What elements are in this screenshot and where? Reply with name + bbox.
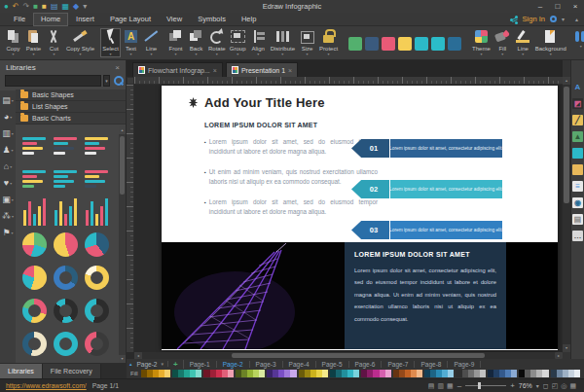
document-tool-icon[interactable]: ≡	[572, 181, 583, 192]
page-tab[interactable]: Page-4	[283, 361, 316, 368]
current-page-label[interactable]: Page-2	[135, 361, 160, 368]
protect-button[interactable]: Protect ▾	[317, 28, 340, 57]
close-button[interactable]: ×	[566, 0, 584, 13]
add-page-button[interactable]: +	[168, 360, 184, 369]
fill-button[interactable]: Fill ▾	[493, 28, 513, 57]
badge-icon[interactable]: ♥▾	[4, 177, 12, 189]
library-shape-pie[interactable]	[20, 262, 49, 294]
page-view-icon[interactable]: ▥	[437, 380, 444, 392]
zoom-in-button[interactable]: +	[510, 381, 515, 390]
hyperlink-tool-icon[interactable]: ◉	[572, 197, 583, 208]
theme-color-swatch[interactable]	[382, 37, 395, 51]
background-button[interactable]: Background ▾	[533, 28, 568, 57]
open-folder-icon[interactable]: ■	[42, 1, 47, 13]
zoom-dropdown-icon[interactable]: ▾	[536, 382, 539, 389]
library-shape-donut[interactable]	[83, 295, 111, 327]
align-button[interactable]: Align ▾	[248, 28, 269, 57]
palette-color[interactable]	[228, 370, 234, 377]
copy-button[interactable]: Copy ▾	[3, 28, 23, 57]
scroll-right-icon[interactable]: ▸	[555, 352, 563, 359]
scrollbar-thumb[interactable]	[564, 87, 569, 203]
page-tab[interactable]: Page-1	[184, 361, 217, 368]
rotate-button[interactable]: Rotate ▾	[206, 28, 228, 57]
library-shape-pie[interactable]	[83, 229, 111, 261]
maximize-button[interactable]: □	[549, 0, 566, 13]
hand-icon[interactable]: ⚑▾	[2, 227, 13, 238]
library-shape-pie[interactable]	[20, 229, 49, 261]
note-tool-icon[interactable]	[572, 164, 583, 175]
magnifier-icon[interactable]: ◎	[561, 380, 566, 392]
scroll-up-icon[interactable]: ▴	[563, 77, 570, 85]
attachment-tool-icon[interactable]: ▤	[572, 214, 583, 225]
page-tab[interactable]: Page-5	[316, 361, 349, 368]
scroll-down-icon[interactable]: ▾	[119, 355, 126, 363]
numbered-banner[interactable]: 02 Lorem ipsum dolor sit amet, consectet…	[351, 180, 502, 198]
fullscreen-icon[interactable]: ◰	[552, 380, 559, 392]
search-dropdown-icon[interactable]: ▾	[103, 75, 110, 87]
theme-button[interactable]: Theme ▾	[470, 28, 493, 57]
menu-item[interactable]: Page Layout	[102, 13, 159, 26]
collapse-pagebar-icon[interactable]: ▴	[127, 361, 135, 367]
fit-page-icon[interactable]: ◻	[543, 380, 549, 392]
scroll-left-icon[interactable]: ◂	[134, 352, 142, 359]
library-shape-vbar[interactable]	[20, 196, 49, 228]
library-shape-hbar[interactable]	[20, 129, 49, 161]
library-group[interactable]: Basic Shapes	[16, 89, 126, 101]
print-icon[interactable]: ▦	[62, 1, 70, 13]
menu-item[interactable]: Help	[234, 13, 264, 26]
palette-color[interactable]	[417, 370, 422, 377]
building-icon[interactable]: ⌂▾	[4, 160, 12, 172]
line-style-button[interactable]: Line ▾	[513, 28, 533, 57]
sign-in-link[interactable]: Sign In	[523, 15, 545, 23]
zoom-slider[interactable]	[465, 385, 506, 386]
undo-icon[interactable]: ↶	[13, 1, 19, 13]
library-shape-donut[interactable]	[83, 262, 111, 294]
page-tab[interactable]: Page-7	[382, 361, 415, 368]
people-icon[interactable]: ♟▾	[2, 144, 13, 156]
scroll-up-icon[interactable]: ▴	[119, 126, 126, 134]
search-icon[interactable]	[112, 75, 121, 87]
close-tab-icon[interactable]: ×	[213, 67, 217, 74]
share-icon[interactable]	[510, 16, 518, 23]
size-button[interactable]: Size ▾	[297, 28, 317, 57]
save-icon[interactable]: ■	[33, 1, 38, 13]
find-button[interactable]: ▾	[572, 28, 584, 58]
photo-block[interactable]: LOREM IPSUM DOLOR SIT AMET Lorem ipsum d…	[162, 242, 558, 349]
panel-scrollbar[interactable]: ▴ ▾	[119, 126, 126, 363]
library-shape-donut[interactable]	[52, 328, 80, 360]
library-shape-hbar[interactable]	[52, 162, 80, 195]
scroll-down-icon[interactable]: ▾	[563, 344, 570, 352]
zoom-slider-knob[interactable]	[478, 382, 481, 389]
redo-icon[interactable]: ↷	[23, 1, 30, 13]
zoom-out-button[interactable]: –	[457, 381, 461, 390]
library-shape-vbar[interactable]	[52, 196, 80, 228]
menu-item[interactable]: View	[159, 13, 190, 26]
theme-color-swatch[interactable]	[431, 37, 445, 51]
app-logo-icon[interactable]: ●	[4, 1, 9, 13]
theme-color-swatch[interactable]	[348, 37, 362, 51]
numbered-banner[interactable]: 01 Lorem ipsum dolor sit amet, consectet…	[351, 139, 502, 158]
share-file-icon[interactable]: ◆	[73, 1, 79, 13]
theme-color-swatch[interactable]	[365, 37, 379, 51]
palette-color[interactable]	[542, 370, 548, 377]
menu-item[interactable]: Home	[33, 13, 68, 26]
edrawsoft-link[interactable]: https://www.edrawsoft.com/	[6, 382, 87, 389]
theme-color-swatch[interactable]	[448, 37, 461, 51]
comment-tool-icon[interactable]: …	[572, 231, 583, 241]
palette-color[interactable]	[385, 370, 391, 377]
palette-color[interactable]	[353, 370, 359, 377]
library-shape-hbar[interactable]	[52, 129, 80, 161]
settings-gear-icon[interactable]	[550, 16, 557, 22]
library-shape-donut[interactable]	[52, 262, 80, 294]
library-shape-hbar[interactable]	[83, 129, 111, 161]
library-shape-vbar[interactable]	[83, 196, 111, 228]
library-shape-donut[interactable]	[20, 328, 49, 360]
paste-button[interactable]: Paste ▾	[23, 28, 44, 57]
slide-page[interactable]: Add Your Title Here LOREM IPSUM DOLOR SI…	[162, 86, 558, 350]
picture-icon[interactable]: ▣▾	[2, 194, 14, 205]
palette-color[interactable]	[164, 370, 170, 377]
pen-tool-icon[interactable]: ╱	[572, 115, 583, 125]
drawing-canvas[interactable]: Add Your Title Here LOREM IPSUM DOLOR SI…	[134, 85, 563, 352]
bar-chart-icon[interactable]: ▥▾	[2, 127, 14, 139]
numbered-banner[interactable]: 03 Lorem ipsum dolor sit amet, consectet…	[351, 221, 502, 239]
